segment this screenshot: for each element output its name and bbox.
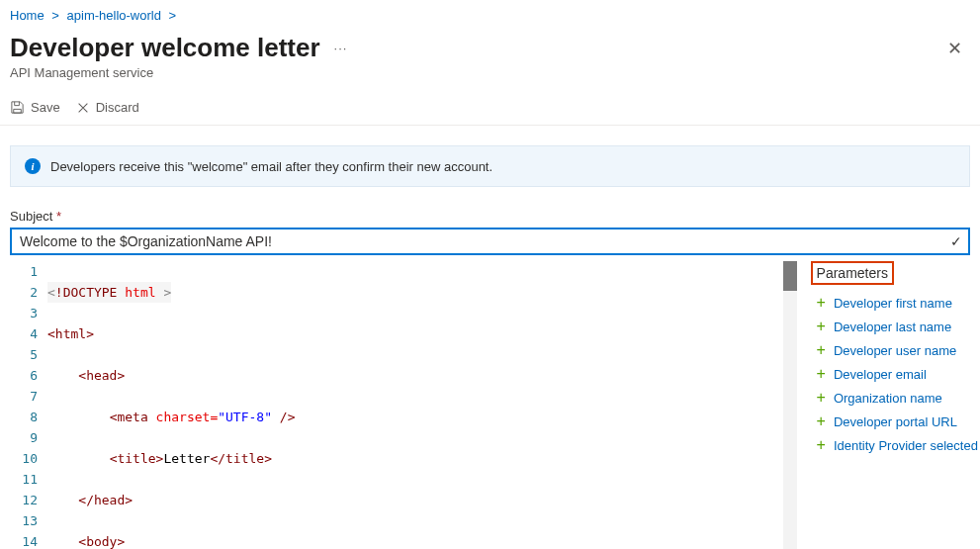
discard-icon	[76, 101, 90, 115]
plus-icon: +	[817, 365, 826, 383]
plus-icon: +	[817, 341, 826, 359]
line-gutter: 123456789101112131415	[10, 261, 47, 549]
parameters-panel: Parameters +Developer first name +Develo…	[805, 261, 980, 549]
more-menu-icon[interactable]: ···	[334, 41, 348, 55]
breadcrumb-service[interactable]: apim-hello-world	[67, 8, 161, 23]
save-label: Save	[31, 100, 60, 115]
chevron-right-icon: >	[51, 8, 59, 23]
param-developer-email[interactable]: +Developer email	[811, 362, 980, 386]
discard-label: Discard	[96, 100, 139, 115]
subject-label: Subject *	[0, 203, 980, 228]
info-text: Developers receive this "welcome" email …	[50, 159, 492, 174]
checkmark-icon: ✓	[950, 233, 962, 249]
plus-icon: +	[817, 412, 826, 430]
breadcrumb-home[interactable]: Home	[10, 8, 45, 23]
toolbar: Save Discard	[0, 92, 980, 126]
param-developer-first-name[interactable]: +Developer first name	[811, 291, 980, 315]
save-icon	[10, 100, 25, 115]
code-content[interactable]: <!DOCTYPE html > <html> <head> <meta cha…	[47, 261, 783, 549]
param-developer-last-name[interactable]: +Developer last name	[811, 315, 980, 338]
subject-value: Welcome to the $OrganizationName API!	[20, 233, 272, 249]
page-subtitle: API Management service	[0, 65, 980, 92]
save-button[interactable]: Save	[10, 100, 60, 115]
scrollbar-thumb[interactable]	[783, 261, 797, 291]
editor-scrollbar[interactable]	[783, 261, 797, 549]
breadcrumb: Home > apim-hello-world >	[0, 0, 980, 27]
chevron-right-icon: >	[169, 8, 177, 23]
code-editor[interactable]: 123456789101112131415 <!DOCTYPE html > <…	[10, 261, 797, 549]
param-organization-name[interactable]: +Organization name	[811, 386, 980, 410]
parameters-heading: Parameters	[811, 261, 894, 285]
plus-icon: +	[817, 318, 826, 335]
param-developer-user-name[interactable]: +Developer user name	[811, 338, 980, 362]
info-banner: i Developers receive this "welcome" emai…	[10, 145, 970, 187]
plus-icon: +	[817, 389, 826, 407]
close-icon[interactable]: ✕	[939, 34, 970, 63]
page-title: Developer welcome letter	[10, 33, 320, 63]
discard-button[interactable]: Discard	[76, 100, 139, 115]
plus-icon: +	[817, 294, 826, 312]
subject-input[interactable]: Welcome to the $OrganizationName API! ✓	[10, 228, 970, 255]
plus-icon: +	[817, 436, 826, 454]
info-icon: i	[25, 158, 41, 174]
param-identity-provider[interactable]: +Identity Provider selected by Organizat…	[811, 433, 980, 457]
param-developer-portal-url[interactable]: +Developer portal URL	[811, 410, 980, 433]
